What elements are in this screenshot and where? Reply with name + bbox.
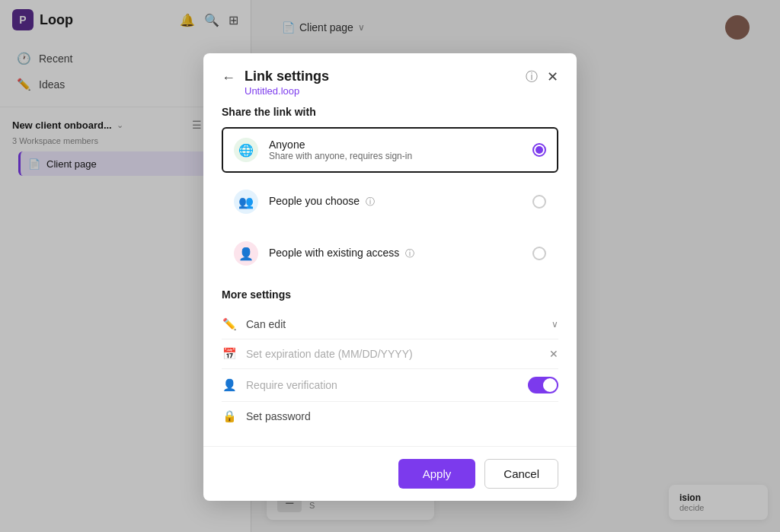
modal-file-name: Untitled.loop xyxy=(245,85,516,97)
expiration-clear-icon[interactable]: ✕ xyxy=(549,348,558,360)
require-verification-label: Require verification xyxy=(246,379,519,391)
setting-require-verification: 👤 Require verification xyxy=(222,369,558,402)
share-option-existing-access[interactable]: 👤 People with existing access ⓘ xyxy=(222,231,558,276)
share-option-existing-title: People with existing access ⓘ xyxy=(269,247,522,260)
lock-icon: 🔒 xyxy=(222,409,237,423)
info-icon[interactable]: ⓘ xyxy=(526,69,538,85)
modal-body: Share the link with 🌐 Anyone Share with … xyxy=(203,106,577,446)
can-edit-label: Can edit xyxy=(246,318,542,330)
apply-button[interactable]: Apply xyxy=(398,459,476,489)
setting-expiration-date[interactable]: 📅 Set expiration date (MM/DD/YYYY) ✕ xyxy=(222,339,558,369)
link-settings-modal: ← Link settings Untitled.loop ⓘ ✕ Share … xyxy=(203,53,577,501)
modal-title: Link settings xyxy=(245,68,516,84)
existing-access-icon: 👤 xyxy=(234,241,258,266)
verification-icon: 👤 xyxy=(222,378,237,392)
set-password-label: Set password xyxy=(246,410,558,422)
share-option-anyone-title: Anyone xyxy=(269,139,522,151)
expiration-date-label: Set expiration date (MM/DD/YYYY) xyxy=(246,348,540,360)
edit-icon: ✏️ xyxy=(222,317,237,331)
share-option-people-text: People you choose ⓘ xyxy=(269,195,522,209)
modal-header: ← Link settings Untitled.loop ⓘ ✕ xyxy=(203,53,577,106)
can-edit-chevron-icon: ∨ xyxy=(551,319,558,330)
existing-info-icon[interactable]: ⓘ xyxy=(405,248,414,259)
radio-anyone[interactable] xyxy=(532,143,546,157)
more-settings-label: More settings xyxy=(222,288,558,301)
globe-icon: 🌐 xyxy=(234,138,258,162)
share-option-anyone-text: Anyone Share with anyone, requires sign-… xyxy=(269,139,522,161)
radio-existing-access[interactable] xyxy=(532,247,546,260)
share-option-existing-text: People with existing access ⓘ xyxy=(269,247,522,260)
share-option-anyone-desc: Share with anyone, requires sign-in xyxy=(269,151,522,161)
people-choose-info-icon[interactable]: ⓘ xyxy=(366,196,375,207)
share-option-anyone[interactable]: 🌐 Anyone Share with anyone, requires sig… xyxy=(222,127,558,173)
setting-set-password[interactable]: 🔒 Set password xyxy=(222,402,558,431)
radio-people-choose[interactable] xyxy=(532,195,546,209)
calendar-icon: 📅 xyxy=(222,347,237,361)
modal-close-button[interactable]: ✕ xyxy=(547,68,558,85)
modal-back-button[interactable]: ← xyxy=(222,70,235,86)
modal-title-block: Link settings Untitled.loop xyxy=(245,68,516,97)
modal-footer: Apply Cancel xyxy=(203,446,577,501)
setting-can-edit[interactable]: ✏️ Can edit ∨ xyxy=(222,310,558,339)
modal-header-icons: ⓘ ✕ xyxy=(526,68,558,85)
cancel-button[interactable]: Cancel xyxy=(484,459,558,489)
require-verification-toggle[interactable] xyxy=(528,377,558,393)
share-option-people-title: People you choose ⓘ xyxy=(269,195,522,209)
share-section-label: Share the link with xyxy=(222,106,558,118)
people-choose-icon: 👥 xyxy=(234,190,258,214)
share-option-people-choose[interactable]: 👥 People you choose ⓘ xyxy=(222,179,558,225)
